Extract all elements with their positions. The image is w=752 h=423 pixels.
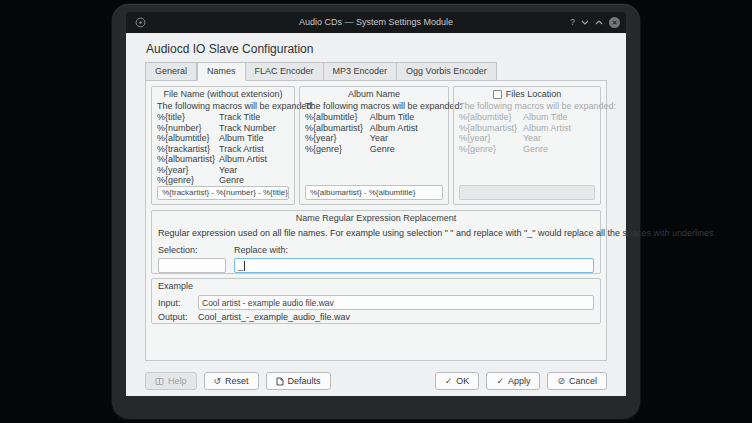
macro-row: %{albumartist}Album Artist <box>157 154 289 165</box>
regex-group-title: Name Regular Expression Replacement <box>158 213 594 223</box>
tab-general[interactable]: General <box>145 62 197 81</box>
files-location-group: Files Location The following macros will… <box>453 86 601 205</box>
file-name-group-title: File Name (without extension) <box>157 89 289 99</box>
files-location-pattern-input <box>459 185 595 200</box>
tab-flac-encoder[interactable]: FLAC Encoder <box>246 62 324 81</box>
macro-row: %{year}Year <box>305 133 443 144</box>
example-output-row: Output: Cool_artist_-_example_audio_file… <box>158 312 594 322</box>
apply-button[interactable]: ✓ Apply <box>486 372 540 390</box>
files-location-checkbox[interactable] <box>493 90 502 99</box>
defaults-button[interactable]: Defaults <box>266 372 331 390</box>
selection-label: Selection: <box>158 245 226 255</box>
example-group: Example Input: Cool artist - example aud… <box>151 278 601 324</box>
macro-row: %{number}Track Number <box>157 123 289 134</box>
example-input-row: Input: Cool artist - example audio file.… <box>158 295 594 310</box>
cancel-slash-icon: ⊘ <box>557 377 565 386</box>
file-name-macros-hint: The following macros will be expanded: <box>157 101 289 111</box>
example-input-field[interactable]: Cool artist - example audio file.wav <box>198 295 594 310</box>
replace-with-input[interactable]: _ <box>234 258 594 273</box>
files-location-macros-hint: The following macros will be expanded: <box>459 101 595 111</box>
example-group-title: Example <box>158 281 594 291</box>
macro-row: %{year}Year <box>459 133 595 144</box>
cancel-button[interactable]: ⊘ Cancel <box>547 372 607 390</box>
titlebar-controls: ? × <box>570 12 620 33</box>
replace-field-block: Replace with: _ <box>234 245 594 273</box>
tab-bar: General Names FLAC Encoder MP3 Encoder O… <box>145 62 607 81</box>
window-frame: Audio CDs — System Settings Module ? × A… <box>112 4 640 419</box>
names-tab-panel: File Name (without extension) The follow… <box>145 80 607 361</box>
macro-row: %{genre}Genre <box>305 144 443 155</box>
macro-row: %{albumtitle}Album Title <box>305 112 443 123</box>
album-name-group-title: Album Name <box>305 89 443 99</box>
macro-row: %{albumartist}Album Artist <box>305 123 443 134</box>
files-location-label: Files Location <box>506 89 562 99</box>
macro-row: %{albumtitle}Album Title <box>459 112 595 123</box>
titlebar[interactable]: Audio CDs — System Settings Module ? × <box>126 12 626 33</box>
regex-replacement-group: Name Regular Expression Replacement Regu… <box>151 210 601 274</box>
replace-with-label: Replace with: <box>234 245 594 255</box>
help-book-icon <box>155 377 164 386</box>
reset-undo-icon: ↺ <box>214 377 222 386</box>
settings-module-window: Audiocd IO Slave Configuration General N… <box>126 33 626 396</box>
apply-check-icon: ✓ <box>496 377 504 386</box>
ok-button[interactable]: ✓ OK <box>435 372 480 390</box>
album-name-macros-hint: The following macros will be expanded: <box>305 101 443 111</box>
file-name-pattern-input[interactable]: %{trackartist} - %{number} - %{title} <box>157 186 289 201</box>
context-help-icon[interactable]: ? <box>570 17 575 28</box>
macro-row: %{trackartist}Track Artist <box>157 144 289 155</box>
minimize-icon[interactable] <box>581 17 589 28</box>
macro-row: %{title}Track Title <box>157 112 289 123</box>
close-icon[interactable]: × <box>609 17 620 28</box>
help-button: Help <box>145 372 197 390</box>
selection-input[interactable] <box>158 258 226 273</box>
album-name-pattern-input[interactable]: %{albumartist} - %{albumtitle} <box>305 185 443 200</box>
desktop-background: Audio CDs — System Settings Module ? × A… <box>0 0 752 423</box>
page-title: Audiocd IO Slave Configuration <box>146 42 607 56</box>
macro-row: %{year}Year <box>157 165 289 176</box>
example-output-value: Cool_artist_-_example_audio_file.wav <box>198 312 350 322</box>
file-name-group: File Name (without extension) The follow… <box>151 86 295 205</box>
tab-names[interactable]: Names <box>197 62 246 81</box>
regex-fields-row: Selection: Replace with: _ <box>158 245 594 273</box>
macro-row: %{genre}Genre <box>157 175 289 186</box>
ok-check-icon: ✓ <box>445 377 453 386</box>
macro-row: %{albumtitle}Album Title <box>157 133 289 144</box>
defaults-document-icon <box>276 377 284 386</box>
maximize-icon[interactable] <box>595 17 603 28</box>
album-name-group: Album Name The following macros will be … <box>299 86 449 205</box>
selection-field-block: Selection: <box>158 245 226 273</box>
replace-with-value: _ <box>238 261 243 271</box>
window-title: Audio CDs — System Settings Module <box>126 12 626 33</box>
dialog-button-row: Help ↺ Reset Defaults ✓ OK ✓ <box>145 372 607 390</box>
example-output-label: Output: <box>158 312 198 322</box>
files-location-title-row: Files Location <box>459 89 595 99</box>
macro-row: %{genre}Genre <box>459 144 595 155</box>
macro-groups-row: File Name (without extension) The follow… <box>151 86 601 205</box>
regex-description: Regular expression used on all file name… <box>158 228 594 238</box>
text-cursor <box>244 261 245 271</box>
example-input-label: Input: <box>158 298 198 308</box>
macro-row: %{albumartist}Album Artist <box>459 123 595 134</box>
tab-mp3-encoder[interactable]: MP3 Encoder <box>324 62 398 81</box>
tab-ogg-vorbis-encoder[interactable]: Ogg Vorbis Encoder <box>397 62 497 81</box>
reset-button[interactable]: ↺ Reset <box>204 372 259 390</box>
